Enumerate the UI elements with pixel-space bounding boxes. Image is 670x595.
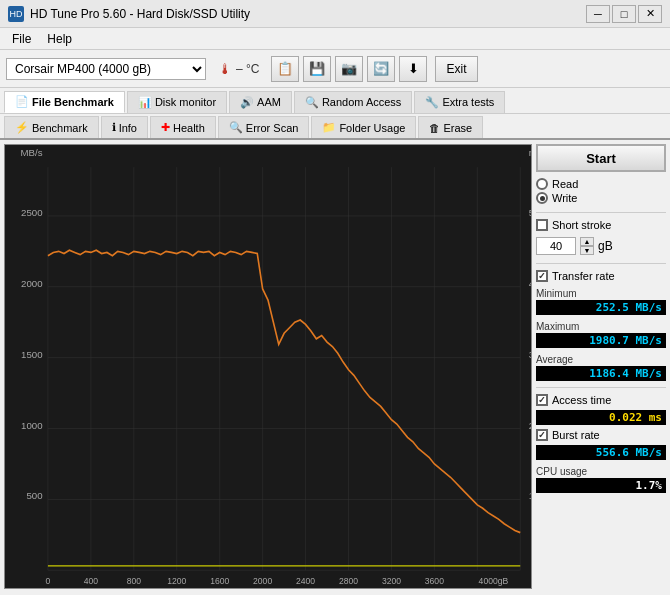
svg-text:2000: 2000 — [253, 575, 272, 585]
write-option[interactable]: Write — [536, 192, 666, 204]
svg-text:30: 30 — [529, 349, 531, 360]
tab-file-benchmark[interactable]: 📄 File Benchmark — [4, 91, 125, 113]
access-time-checkbox[interactable] — [536, 394, 548, 406]
svg-text:2800: 2800 — [339, 575, 358, 585]
tabs-row1: 📄 File Benchmark 📊 Disk monitor 🔊 AAM 🔍 … — [0, 88, 670, 114]
health-icon: ✚ — [161, 121, 170, 134]
svg-text:1000: 1000 — [21, 419, 43, 430]
tab-random-access-label: Random Access — [322, 96, 401, 108]
menu-help[interactable]: Help — [39, 30, 80, 48]
toolbar: Corsair MP400 (4000 gB) 🌡 – °C 📋 💾 📷 🔄 ⬇… — [0, 50, 670, 88]
maximum-value: 1980.7 MB/s — [536, 333, 666, 348]
temp-display: 🌡 – °C — [210, 59, 267, 79]
divider-3 — [536, 387, 666, 388]
tab-info[interactable]: ℹ Info — [101, 116, 148, 138]
average-value: 1186.4 MB/s — [536, 366, 666, 381]
tab-erase[interactable]: 🗑 Erase — [418, 116, 483, 138]
write-label: Write — [552, 192, 577, 204]
tab-info-label: Info — [119, 122, 137, 134]
minimize-button[interactable]: ─ — [586, 5, 610, 23]
short-stroke-option[interactable]: Short stroke — [536, 219, 666, 231]
tab-random-access[interactable]: 🔍 Random Access — [294, 91, 412, 113]
thermometer-icon: 🌡 — [218, 61, 232, 77]
right-panel: Start Read Write Short stroke ▲ ▼ gB — [536, 144, 666, 589]
scan-icon: 🔍 — [229, 121, 243, 134]
app-icon: HD — [8, 6, 24, 22]
maximize-button[interactable]: □ — [612, 5, 636, 23]
svg-text:2000: 2000 — [21, 278, 43, 289]
menu-file[interactable]: File — [4, 30, 39, 48]
tab-error-scan-label: Error Scan — [246, 122, 299, 134]
tab-aam[interactable]: 🔊 AAM — [229, 91, 292, 113]
write-radio[interactable] — [536, 192, 548, 204]
exit-button[interactable]: Exit — [435, 56, 477, 82]
svg-text:40: 40 — [529, 278, 531, 289]
short-stroke-label: Short stroke — [552, 219, 611, 231]
tab-health[interactable]: ✚ Health — [150, 116, 216, 138]
svg-text:800: 800 — [127, 575, 141, 585]
stroke-up-button[interactable]: ▲ — [580, 237, 594, 246]
minimum-value: 252.5 MB/s — [536, 300, 666, 315]
close-button[interactable]: ✕ — [638, 5, 662, 23]
divider-2 — [536, 263, 666, 264]
svg-text:0: 0 — [46, 575, 51, 585]
toolbar-btn-5[interactable]: ⬇ — [399, 56, 427, 82]
short-stroke-checkbox[interactable] — [536, 219, 548, 231]
burst-rate-checkbox[interactable] — [536, 429, 548, 441]
tab-benchmark[interactable]: ⚡ Benchmark — [4, 116, 99, 138]
tab-folder-usage[interactable]: 📁 Folder Usage — [311, 116, 416, 138]
tab-disk-monitor[interactable]: 📊 Disk monitor — [127, 91, 227, 113]
random-icon: 🔍 — [305, 96, 319, 109]
stroke-row: ▲ ▼ gB — [536, 235, 666, 257]
speaker-icon: 🔊 — [240, 96, 254, 109]
svg-text:1500: 1500 — [21, 349, 43, 360]
read-radio[interactable] — [536, 178, 548, 190]
svg-text:MB/s: MB/s — [21, 147, 43, 158]
tab-aam-label: AAM — [257, 96, 281, 108]
average-section: Average 1186.4 MB/s — [536, 352, 666, 381]
svg-text:1200: 1200 — [167, 575, 186, 585]
chart-svg: MB/s 2500 2000 1500 1000 500 ms 50 40 30… — [5, 145, 531, 588]
tab-folder-usage-label: Folder Usage — [339, 122, 405, 134]
burst-rate-value: 556.6 MB/s — [536, 445, 666, 460]
read-option[interactable]: Read — [536, 178, 666, 190]
tab-extra-tests-label: Extra tests — [442, 96, 494, 108]
stroke-spinner: ▲ ▼ — [580, 237, 594, 255]
cpu-usage-value: 1.7% — [536, 478, 666, 493]
burst-rate-option[interactable]: Burst rate — [536, 429, 666, 441]
toolbar-btn-4[interactable]: 🔄 — [367, 56, 395, 82]
tab-error-scan[interactable]: 🔍 Error Scan — [218, 116, 310, 138]
minimum-label: Minimum — [536, 288, 666, 299]
burst-rate-label: Burst rate — [552, 429, 600, 441]
stroke-down-button[interactable]: ▼ — [580, 246, 594, 255]
divider-1 — [536, 212, 666, 213]
access-time-value: 0.022 ms — [536, 410, 666, 425]
toolbar-btn-1[interactable]: 📋 — [271, 56, 299, 82]
title-bar: HD HD Tune Pro 5.60 - Hard Disk/SSD Util… — [0, 0, 670, 28]
svg-text:20: 20 — [529, 419, 531, 430]
toolbar-btn-2[interactable]: 💾 — [303, 56, 331, 82]
window-controls: ─ □ ✕ — [586, 5, 662, 23]
transfer-rate-option[interactable]: Transfer rate — [536, 270, 666, 282]
svg-text:10: 10 — [529, 490, 531, 501]
transfer-rate-checkbox[interactable] — [536, 270, 548, 282]
tab-erase-label: Erase — [443, 122, 472, 134]
minimum-section: Minimum 252.5 MB/s — [536, 286, 666, 315]
access-time-option[interactable]: Access time — [536, 394, 666, 406]
tab-extra-tests[interactable]: 🔧 Extra tests — [414, 91, 505, 113]
main-content: MB/s 2500 2000 1500 1000 500 ms 50 40 30… — [0, 140, 670, 593]
stroke-input[interactable] — [536, 237, 576, 255]
trash-icon: 🗑 — [429, 122, 440, 134]
chart-area: MB/s 2500 2000 1500 1000 500 ms 50 40 30… — [4, 144, 532, 589]
start-button[interactable]: Start — [536, 144, 666, 172]
toolbar-btn-3[interactable]: 📷 — [335, 56, 363, 82]
folder-icon: 📁 — [322, 121, 336, 134]
access-time-label: Access time — [552, 394, 611, 406]
disk-selector[interactable]: Corsair MP400 (4000 gB) — [6, 58, 206, 80]
svg-text:3200: 3200 — [382, 575, 401, 585]
read-label: Read — [552, 178, 578, 190]
wrench-icon: 🔧 — [425, 96, 439, 109]
svg-text:2400: 2400 — [296, 575, 315, 585]
average-label: Average — [536, 354, 666, 365]
transfer-rate-label: Transfer rate — [552, 270, 615, 282]
